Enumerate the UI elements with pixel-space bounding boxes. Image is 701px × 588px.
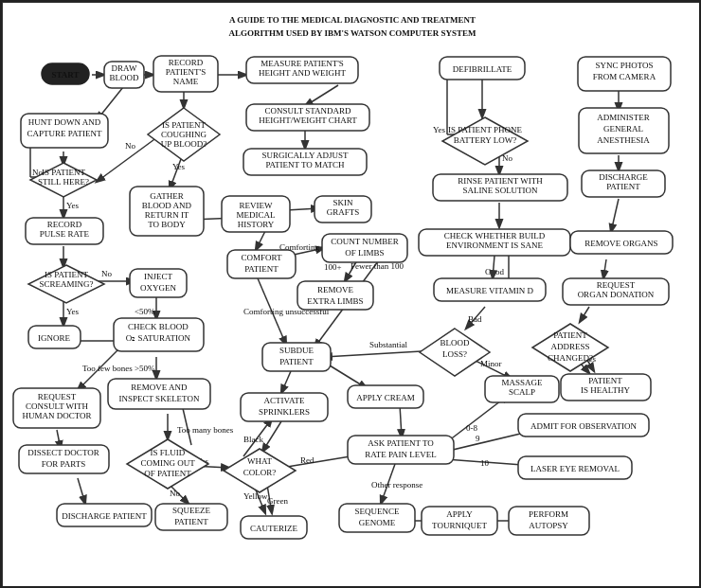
- skeleton-l1: REMOVE AND: [131, 383, 188, 392]
- rinse-l2: SALINE SOLUTION: [462, 186, 538, 195]
- skin-l1: SKIN: [333, 198, 353, 207]
- gather-l4: TO BODY: [148, 220, 186, 229]
- sprinklers-l1: ACTIVATE: [264, 396, 305, 405]
- address-l3: CHANGED?: [548, 353, 593, 363]
- organ-donate-l2: ORGAN DONATION: [578, 290, 655, 299]
- dissect-l1: DISSECT DOCTOR: [27, 448, 99, 457]
- blood-loss-l2: LOSS?: [442, 349, 467, 359]
- label-10: 10: [480, 458, 490, 468]
- count-l1: COUNT NUMBER: [331, 237, 399, 246]
- label-toofew: Too few bones: [82, 364, 133, 373]
- fluid-l1: IS FLUID: [151, 448, 186, 457]
- sync-l2: FROM CAMERA: [593, 72, 656, 81]
- remove-organs-label: REMOVE ORGANS: [584, 239, 657, 248]
- defib-label: DEFIBRILLATE: [453, 64, 512, 74]
- autopsy-l1: PERFORM: [529, 509, 568, 519]
- start-label: START: [51, 70, 79, 80]
- fluid-l2: COMING OUT: [140, 458, 195, 468]
- massage-l2: SCALP: [509, 387, 535, 397]
- label-green: Green: [267, 496, 288, 506]
- discharge-top-l1: DISCHARGE: [599, 172, 648, 182]
- label-100plus: 100+: [324, 262, 342, 272]
- main-container: A GUIDE TO THE MEDICAL DIAGNOSTIC AND TR…: [0, 0, 701, 588]
- label-toomany: Too many bones: [177, 425, 234, 435]
- anesthesia-l3: ANESTHESIA: [597, 135, 650, 145]
- consult-h-l1: REQUEST: [38, 392, 77, 401]
- review-l1: REVIEW: [240, 201, 273, 210]
- consult-h-l3: HUMAN DOCTOR: [22, 411, 91, 420]
- label-other: Other response: [371, 480, 422, 490]
- sync-l1: SYNC PHOTOS: [595, 61, 653, 70]
- ignore-label: IGNORE: [38, 333, 70, 343]
- laser-label: LASER EYE REMOVAL: [530, 464, 620, 473]
- label-no-cough: No: [125, 141, 135, 151]
- gather-l3: RETURN IT: [145, 210, 189, 220]
- tourniquet-l1: APPLY: [446, 509, 473, 519]
- discharge-b-label: DISCHARGE PATIENT: [62, 511, 147, 521]
- diagram-wrapper: A GUIDE TO THE MEDICAL DIAGNOSTIC AND TR…: [2, 2, 699, 586]
- label-good: Good: [485, 267, 504, 276]
- vitamin-label: MEASURE VITAMIN D: [446, 286, 534, 295]
- review-l3: HISTORY: [238, 220, 275, 229]
- label-no-scream: No: [101, 269, 112, 278]
- address-l2: ADDRESS: [550, 342, 589, 351]
- fluid-l3: OF PATIENT: [144, 469, 191, 478]
- label-yes-scream: Yes: [66, 307, 80, 316]
- cauterize-label: CAUTERIZE: [250, 524, 297, 533]
- label-yes-cough: Yes: [172, 162, 186, 171]
- measure-l2: HEIGHT AND WEIGHT: [259, 68, 347, 78]
- label-9: 9: [476, 434, 480, 443]
- screaming-l2: SCREAMING?: [39, 279, 93, 289]
- tourniquet-l2: TOURNIQUET: [432, 521, 487, 530]
- label-50pct-gt: >50%: [135, 364, 155, 373]
- here-l1: IS PATIENT: [42, 168, 85, 177]
- hunt-l1: HUNT DOWN AND: [28, 117, 101, 127]
- healthy-l1: PATIENT: [588, 376, 622, 385]
- skeleton-l2: INSPECT SKELETON: [119, 394, 200, 403]
- blood-loss-l1: BLOOD: [440, 338, 470, 347]
- inject-l1: INJECT: [144, 272, 172, 281]
- genome-l2: GENOME: [359, 518, 396, 527]
- screaming-l1: IS PATIENT: [45, 270, 88, 279]
- label-black: Black: [243, 435, 263, 444]
- label-50pct: <50%: [135, 307, 155, 316]
- review-l2: MEDICAL: [237, 210, 276, 220]
- o2-l2: O₂ SATURATION: [126, 333, 191, 343]
- gather-l2: BLOOD AND: [142, 201, 192, 210]
- check-build-l1: CHECK WHETHER BUILD: [444, 231, 546, 241]
- squeeze-l2: PATIENT: [174, 517, 208, 526]
- subdue-l1: SUBDUE: [279, 346, 315, 355]
- address-l1: PATIENT: [553, 330, 587, 340]
- massage-l1: MASSAGE: [501, 378, 543, 387]
- pain-l1: ASK PATIENT TO: [368, 438, 434, 448]
- rinse-l1: RINSE PATIENT WITH: [458, 176, 543, 186]
- consult-l1: CONSULT STANDARD: [264, 106, 351, 116]
- label-substantial: Substantial: [369, 340, 407, 349]
- cream-label: APPLY CREAM: [356, 393, 415, 402]
- battery-l1: IS PATIENT PHONE: [448, 125, 523, 134]
- label-battery-yes: Yes: [433, 125, 446, 134]
- squeeze-l1: SQUEEZE: [172, 506, 210, 515]
- hunt-l2: CAPTURE PATIENT: [27, 129, 102, 138]
- label-fluid-no: No: [170, 489, 180, 498]
- check-build-l2: ENVIRONMENT IS SANE: [446, 241, 543, 250]
- label-yellow: Yellow: [243, 491, 268, 501]
- title-line2: ALGORITHM USED BY IBM'S WATSON COMPUTER …: [229, 28, 476, 38]
- draw-blood-label2: BLOOD: [110, 73, 139, 82]
- color-l2: COLOR?: [243, 468, 277, 477]
- title-line1: A GUIDE TO THE MEDICAL DIAGNOSTIC AND TR…: [229, 15, 476, 25]
- gather-l1: GATHER: [150, 191, 184, 201]
- coughing-l1: IS PATIENT: [162, 120, 206, 130]
- comfort-l2: PATIENT: [244, 264, 279, 274]
- sprinklers-l2: SPRINKLERS: [259, 407, 310, 417]
- label-yes: Yes: [66, 201, 80, 210]
- o2-l1: CHECK BLOOD: [128, 322, 189, 331]
- healthy-l2: IS HEALTHY: [581, 385, 630, 395]
- autopsy-l2: AUTOPSY: [529, 521, 568, 530]
- measure-l1: MEASURE PATIENT'S: [261, 59, 344, 68]
- extra-l1: REMOVE: [317, 285, 354, 294]
- label-0-8: 0-8: [466, 423, 477, 433]
- record-name-l3: NAME: [173, 77, 199, 86]
- coughing-l2: COUGHING: [161, 130, 207, 139]
- record-name-l2: PATIENT'S: [166, 67, 206, 77]
